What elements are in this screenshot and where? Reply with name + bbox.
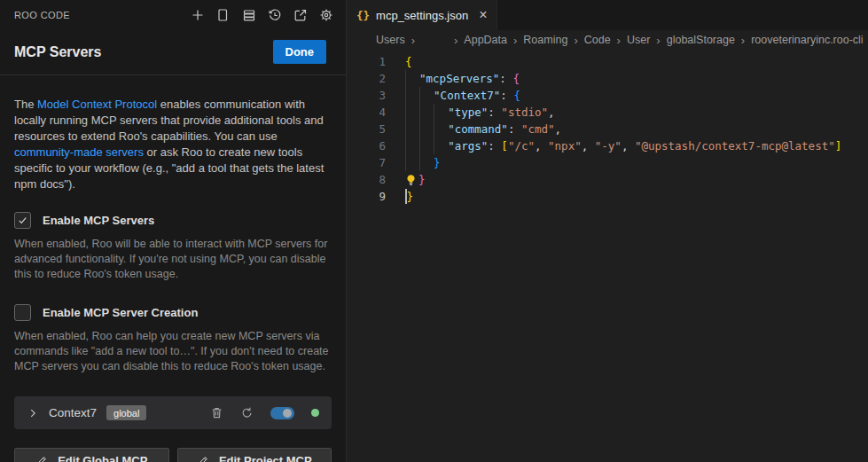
roo-code-panel: ROO CODE [0,0,347,462]
prompts-icon[interactable] [216,8,231,22]
code-token: } [434,154,441,171]
line-number: 8 [347,171,386,188]
code-line[interactable]: 2"mcpServers": { [347,70,868,87]
line-number: 2 [347,70,386,87]
indent-guide [405,121,419,137]
vscode-window: ROO CODE [0,0,868,462]
edit-project-mcp-label: Edit Project MCP [219,454,312,462]
enable-mcp-servers-label: Enable MCP Servers [43,214,154,227]
mcp-intro-text: The Model Context Protocol enables commu… [14,97,332,192]
line-number: 6 [347,137,386,154]
breadcrumb-item[interactable]: Users [376,34,405,46]
json-file-icon: {} [356,9,370,22]
line-number: 5 [347,121,386,137]
enable-mcp-servers-checkbox[interactable] [14,212,31,229]
server-status-dot [311,409,319,417]
breadcrumb: Users››AppData›Roaming›Code›User›globalS… [347,30,868,50]
code-editor[interactable]: 1{2"mcpServers": {3"Context7": {4"type":… [347,50,868,462]
edit-mcp-buttons: Edit Global MCP Edit Project MCP [14,448,332,462]
code-line[interactable]: 5"command": "cmd", [347,121,868,137]
page-title-row: MCP Servers Done [0,29,346,74]
editor-area: {} mcp_settings.json × Users››AppData›Ro… [347,0,868,462]
pencil-icon [197,455,209,462]
code-token: "@upstash/context7-mcp@latest" [635,137,835,154]
code-line[interactable]: 7} [347,154,868,171]
breadcrumb-item[interactable]: globalStorage [667,34,735,46]
tab-mcp-settings-json[interactable]: {} mcp_settings.json × [347,0,497,30]
code-token: "/c" [508,137,535,154]
plus-icon[interactable] [191,8,205,22]
indent-guide [419,104,434,121]
chevron-right-icon: › [741,34,745,47]
code-token: } [407,188,414,205]
edit-global-mcp-button[interactable]: Edit Global MCP [14,448,169,462]
server-row-actions [210,406,319,419]
model-context-protocol-link[interactable]: Model Context Protocol [37,98,157,111]
breadcrumb-item[interactable]: AppData [464,34,507,46]
code-token: : [508,121,521,137]
breadcrumb-item[interactable]: rooveterinaryinc.roo-cli [751,34,863,46]
line-number: 3 [347,87,386,104]
code-line[interactable]: 1{ [347,53,868,70]
page-title: MCP Servers [14,44,101,60]
line-number: 7 [347,154,386,171]
done-button[interactable]: Done [273,40,327,64]
indent-guide [419,87,434,104]
panel-header-icons [191,8,333,22]
code-token: [ [501,137,508,154]
breadcrumb-item[interactable]: Code [584,34,611,46]
indent-guide [434,121,448,137]
code-line[interactable]: 3"Context7": { [347,87,868,104]
toggle-row: Enable MCP Servers [14,212,332,229]
code-line[interactable]: 9} [347,188,868,205]
code-line[interactable]: 8} [347,171,868,188]
chevron-right-icon: › [617,34,621,47]
chevron-right-icon[interactable] [27,407,39,419]
delete-server-icon[interactable] [210,406,223,419]
code-line[interactable]: 4"type": "stdio", [347,104,868,121]
panel-header: ROO CODE [0,0,346,29]
code-token: "cmd" [521,121,555,137]
lightbulb-icon[interactable] [405,171,418,188]
code-token: : [488,137,501,154]
code-token: } [418,171,426,188]
breadcrumb-item[interactable]: Roaming [523,34,567,46]
history-icon[interactable] [268,8,282,22]
server-enabled-toggle[interactable] [270,407,294,419]
breadcrumb-item[interactable]: User [627,34,650,46]
chevron-right-icon: › [656,34,660,47]
line-number: 1 [347,53,386,70]
indent-guide [434,104,448,121]
code-token: ] [835,137,842,154]
edit-project-mcp-button[interactable]: Edit Project MCP [177,448,332,462]
code-token: "command" [448,121,508,137]
code-line[interactable]: 6"args": ["/c", "npx", "-y", "@upstash/c… [347,137,868,154]
indent-guide [434,137,448,154]
code-token: "Context7" [434,87,500,104]
settings-gear-icon[interactable] [319,8,333,22]
restart-server-icon[interactable] [240,406,254,419]
enable-mcp-creation-label: Enable MCP Server Creation [43,306,198,319]
indent-guide [419,137,434,154]
code-token: : [488,104,501,121]
code-token: , [535,137,548,154]
code-token: "type" [448,104,488,121]
close-tab-icon[interactable]: × [479,8,487,22]
server-row-context7[interactable]: Context7 global [14,396,332,429]
indent-guide [405,70,419,87]
intro-text: The [14,98,37,111]
enable-mcp-creation-checkbox[interactable] [14,304,31,321]
code-token: "-y" [595,137,622,154]
extension-title: ROO CODE [14,10,70,20]
open-in-editor-icon[interactable] [293,8,308,22]
community-made-servers-link[interactable]: community-made servers [14,145,144,159]
edit-global-mcp-label: Edit Global MCP [58,454,147,462]
mcp-servers-icon[interactable] [242,8,256,22]
code-token: "stdio" [501,104,548,121]
code-token: "npx" [548,137,582,154]
chevron-right-icon: › [574,34,577,47]
server-name: Context7 [49,406,97,419]
indent-guide [405,137,419,154]
panel-body: The Model Context Protocol enables commu… [0,75,346,462]
check-icon [17,215,28,226]
